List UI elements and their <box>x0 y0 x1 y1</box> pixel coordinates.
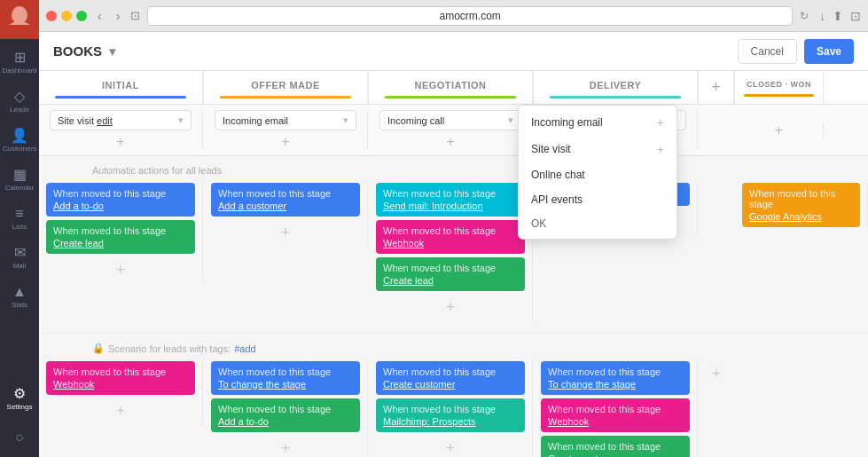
forward-button[interactable]: › <box>113 7 124 25</box>
browser-bar: ‹ › ⊡ amocrm.com ↻ ↓ ⬆ ⊡ <box>39 0 868 32</box>
auto-actions-section: Automatic actions for all leads When mov… <box>39 156 868 329</box>
trigger-select-negotiation[interactable]: Incoming call ▾ <box>379 110 521 130</box>
trigger-select-initial[interactable]: Site visit edit ▾ <box>50 110 192 130</box>
card-closed-0[interactable]: When moved to this stage Google Analytic… <box>742 183 860 227</box>
lock-icon: 🔒 <box>92 343 105 354</box>
stage-bar-offer <box>220 96 350 98</box>
sidebar-nav: ⊞ Dashboard ◇ Leads 👤 Customers ▦ Calend… <box>0 39 39 457</box>
share-icon[interactable]: ⬆ <box>833 9 843 23</box>
add-card-initial[interactable]: + <box>46 257 195 283</box>
sidebar-item-dashboard[interactable]: ⊞ Dashboard <box>0 43 39 82</box>
address-bar[interactable]: amocrm.com <box>147 6 793 26</box>
tags-section: 🔒 Scenario for leads with tags: #add Whe… <box>39 333 868 457</box>
stage-offer-made: OFFER MADE <box>204 71 368 104</box>
cards-grid-tags: When moved to this stage Webhook + When … <box>39 361 868 457</box>
mail-icon: ✉ <box>14 246 26 260</box>
trigger-arrow-negotiation: ▾ <box>508 114 513 126</box>
trigger-cell-closed: + <box>735 122 824 138</box>
main-area: ‹ › ⊡ amocrm.com ↻ ↓ ⬆ ⊡ BOOKS ▾ Cancel … <box>39 0 868 457</box>
header-actions: Cancel Save <box>738 39 854 64</box>
dropdown-item-incoming-email[interactable]: Incoming email + <box>519 109 676 136</box>
refresh-icon[interactable]: ↻ <box>800 10 809 22</box>
dropdown-item-site-visit[interactable]: Site visit + <box>519 136 676 162</box>
dropdown-item-api-events[interactable]: API events <box>519 187 676 212</box>
sidebar-item-lists[interactable]: ≡ Lists <box>0 199 39 238</box>
tag-card-negotiation-1[interactable]: When moved to this stage Mailchimp: Pros… <box>376 398 525 432</box>
url-text: amocrm.com <box>440 10 501 22</box>
lists-icon: ≡ <box>15 207 23 221</box>
card-initial-1[interactable]: When moved to this stage Create lead <box>46 220 195 254</box>
add-tag-card-offer[interactable]: + <box>211 436 360 457</box>
title-dropdown-icon[interactable]: ▾ <box>109 44 115 59</box>
tag-card-delivery-1[interactable]: When moved to this stage Webhook <box>541 398 690 432</box>
stage-bar-delivery <box>550 96 680 98</box>
sidebar-item-help[interactable]: ○ <box>0 418 39 457</box>
add-tag-card-negotiation[interactable]: + <box>376 436 525 457</box>
cancel-button[interactable]: Cancel <box>738 39 797 64</box>
trigger-cell-offer: Incoming email ▾ + <box>204 110 368 150</box>
dropdown-ok-button[interactable]: OK <box>519 212 676 235</box>
sidebar-item-stats[interactable]: ▲ Stats <box>0 277 39 316</box>
add-stage-button[interactable]: + <box>711 78 721 97</box>
calendar-icon: ▦ <box>13 168 27 182</box>
tags-col-negotiation: When moved to this stage Create customer… <box>369 361 533 457</box>
stage-delivery: DELIVERY <box>534 71 698 104</box>
auto-actions-label: Automatic actions for all leads <box>39 165 868 183</box>
trigger-add-closed[interactable]: + <box>775 122 783 138</box>
add-card-offer[interactable]: + <box>211 220 360 246</box>
card-initial-0[interactable]: When moved to this stage Add a to-do <box>46 183 195 217</box>
download-icon[interactable]: ↓ <box>819 9 825 23</box>
trigger-label-initial: Site visit edit <box>58 115 113 126</box>
trigger-cell-negotiation: Incoming call ▾ + <box>369 110 533 150</box>
save-button[interactable]: Save <box>804 39 854 64</box>
maximize-button[interactable] <box>76 11 87 21</box>
card-offer-0[interactable]: When moved to this stage Add a customer <box>211 183 360 217</box>
sidebar-item-mail[interactable]: ✉ Mail <box>0 238 39 277</box>
stage-bar-negotiation <box>385 96 515 98</box>
stage-initial: INITIAL <box>39 71 203 104</box>
trigger-add-negotiation[interactable]: + <box>446 134 454 150</box>
card-negotiation-0[interactable]: When moved to this stage Send mail: Intr… <box>376 183 525 217</box>
minimize-button[interactable] <box>61 11 72 21</box>
page-title: BOOKS ▾ <box>53 43 115 59</box>
trigger-add-initial[interactable]: + <box>116 134 124 150</box>
sidebar-item-customers[interactable]: 👤 Customers <box>0 121 39 160</box>
card-negotiation-2[interactable]: When moved to this stage Create lead <box>376 257 525 291</box>
more-icon[interactable]: ⊡ <box>850 9 861 23</box>
trigger-arrow-offer: ▾ <box>343 114 348 126</box>
stage-negotiation: NEGOTIATION <box>369 71 533 104</box>
cards-col-negotiation: When moved to this stage Send mail: Intr… <box>369 183 533 320</box>
pipeline-scrollable: Automatic actions for all leads When mov… <box>39 156 868 457</box>
app-header: BOOKS ▾ Cancel Save <box>39 32 868 71</box>
add-card-negotiation[interactable]: + <box>376 295 525 320</box>
card-negotiation-1[interactable]: When moved to this stage Webhook <box>376 220 525 254</box>
add-stage-tag[interactable]: + <box>708 361 725 387</box>
tag-add-link[interactable]: #add <box>234 343 255 354</box>
close-button[interactable] <box>46 11 57 21</box>
sidebar-item-settings[interactable]: ⚙ Settings <box>0 379 39 418</box>
help-icon: ○ <box>15 430 24 445</box>
sidebar-item-calendar[interactable]: ▦ Calendar <box>0 160 39 199</box>
trigger-add-offer[interactable]: + <box>281 134 289 150</box>
tags-col-initial: When moved to this stage Webhook + <box>39 361 203 424</box>
tag-card-delivery-0[interactable]: When moved to this stage To change the s… <box>541 361 690 395</box>
trigger-select-offer[interactable]: Incoming email ▾ <box>215 110 356 130</box>
avatar[interactable] <box>0 0 39 39</box>
tag-card-offer-1[interactable]: When moved to this stage Add a to-do <box>211 398 360 432</box>
dropdown-menu: Incoming email + Site visit + Online cha… <box>518 105 677 240</box>
add-tag-card-initial[interactable]: + <box>46 398 195 424</box>
tags-label: 🔒 Scenario for leads with tags: #add <box>39 343 868 361</box>
sidebar-item-leads[interactable]: ◇ Leads <box>0 82 39 121</box>
tags-col-offer: When moved to this stage To change the s… <box>204 361 368 457</box>
tag-card-offer-0[interactable]: When moved to this stage To change the s… <box>211 361 360 395</box>
tag-card-initial-0[interactable]: When moved to this stage Webhook <box>46 361 195 395</box>
dropdown-item-online-chat[interactable]: Online chat <box>519 162 676 187</box>
tag-card-negotiation-0[interactable]: When moved to this stage Create customer <box>376 361 525 395</box>
trigger-arrow-initial: ▾ <box>178 114 184 126</box>
tag-card-delivery-2[interactable]: When moved to this stage Create customer <box>541 436 690 457</box>
title-text: BOOKS <box>53 43 102 59</box>
back-button[interactable]: ‹ <box>94 7 106 25</box>
pipeline-header: INITIAL OFFER MADE NEGOTIATION DELIVERY … <box>39 71 868 105</box>
tab-icon: ⊡ <box>130 9 140 22</box>
dropdown-plus-0: + <box>657 115 664 130</box>
